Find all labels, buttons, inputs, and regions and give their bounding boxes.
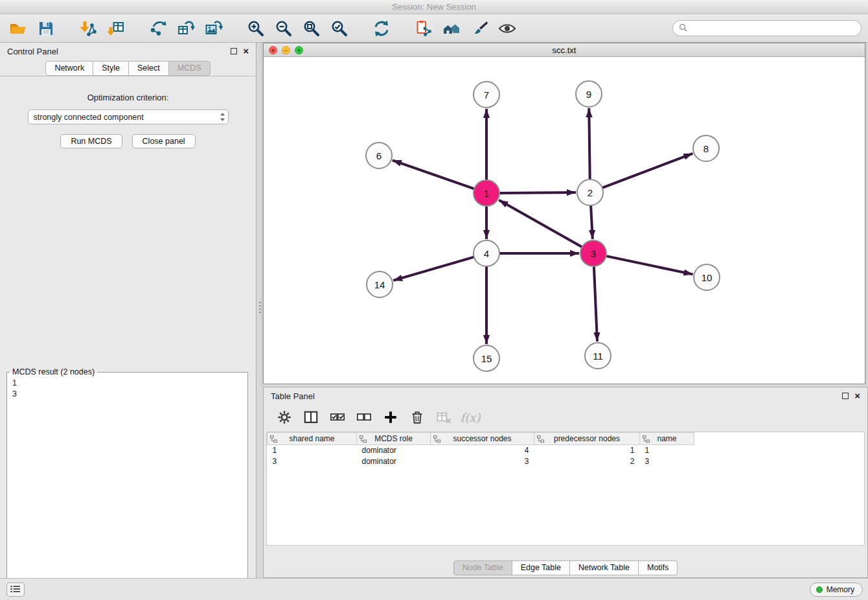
window-close-button[interactable]: × — [269, 46, 277, 54]
table-cell[interactable]: 3 — [640, 456, 694, 467]
delete-rows-icon[interactable] — [408, 408, 426, 426]
tab-edge-table[interactable]: Edge Table — [512, 560, 570, 575]
graph-edge-2-8[interactable] — [602, 154, 693, 188]
column-header-shared-name[interactable]: shared name — [268, 433, 357, 445]
import-table-icon[interactable] — [104, 17, 128, 40]
graph-node-label: 14 — [374, 279, 385, 290]
graph-edge-2-9[interactable] — [589, 108, 589, 179]
zoom-selected-icon[interactable] — [328, 17, 351, 40]
table-cell[interactable]: 3 — [431, 456, 534, 467]
deselect-all-icon[interactable] — [355, 408, 373, 426]
graph-edge-3-11[interactable] — [594, 266, 597, 341]
column-header-successor-nodes[interactable]: successor nodes — [431, 433, 534, 445]
select-all-icon[interactable] — [328, 408, 347, 426]
mcds-result-line: 1 — [12, 378, 247, 389]
mcds-result-box: MCDS result (2 nodes) 13 — [6, 367, 248, 600]
main-toolbar — [0, 14, 868, 43]
float-table-panel-icon[interactable] — [842, 393, 849, 399]
import-network-icon[interactable] — [76, 17, 100, 40]
add-column-icon[interactable] — [382, 408, 400, 426]
table-cell[interactable]: 4 — [431, 445, 534, 456]
vertical-splitter[interactable] — [257, 43, 263, 578]
refresh-layout-icon[interactable] — [370, 17, 393, 40]
network-graph[interactable]: 7968124314101511 — [264, 57, 865, 384]
open-file-icon[interactable] — [6, 17, 30, 40]
window-zoom-button[interactable]: + — [295, 46, 303, 54]
table-cell[interactable]: 1 — [640, 445, 694, 456]
save-session-icon[interactable] — [34, 17, 58, 40]
tab-node-table[interactable]: Node Table — [453, 560, 512, 575]
mcds-result-title: MCDS result (2 nodes) — [10, 367, 97, 376]
column-type-icon — [270, 435, 277, 443]
task-history-button[interactable] — [6, 583, 25, 597]
network-view-titlebar: × − + scc.txt — [264, 43, 865, 57]
settings-gear-icon[interactable] — [275, 408, 293, 426]
network-overview-icon[interactable] — [440, 17, 463, 40]
optimization-select-value: strongly connected component — [34, 113, 144, 122]
control-panel-body: Optimization criterion: strongly connect… — [0, 93, 256, 594]
network-view-window: × − + scc.txt 7968124314101511 — [263, 43, 865, 384]
memory-status-icon — [816, 586, 823, 593]
close-table-panel-icon[interactable]: × — [854, 392, 860, 400]
search-input[interactable] — [691, 24, 855, 33]
zoom-fit-icon[interactable] — [300, 17, 323, 40]
show-columns-icon[interactable] — [302, 408, 320, 426]
run-mcds-button[interactable]: Run MCDS — [60, 134, 122, 148]
table-cell[interactable]: 2 — [534, 456, 640, 467]
tab-motifs[interactable]: Motifs — [638, 560, 678, 575]
tab-mcds[interactable]: MCDS — [168, 61, 211, 76]
table-body: 1dominator4113dominator323 — [268, 445, 694, 467]
window-titlebar: Session: New Session — [0, 0, 868, 14]
graph-edge-3-10[interactable] — [606, 256, 693, 274]
table-cell[interactable]: 1 — [268, 445, 357, 456]
tab-network[interactable]: Network — [45, 61, 93, 76]
close-panel-icon[interactable]: × — [243, 47, 249, 55]
clone-network-icon[interactable] — [174, 17, 198, 40]
export-image-icon[interactable] — [202, 17, 225, 40]
window-minimize-button[interactable]: − — [282, 46, 290, 54]
graph-node-label: 6 — [376, 150, 382, 161]
graph-node-label: 9 — [586, 89, 591, 100]
graph-node-label: 3 — [591, 248, 596, 259]
graph-edge-3-1[interactable] — [499, 200, 582, 247]
application-window: Session: New Session Control Panel × Net… — [0, 0, 868, 600]
column-type-icon — [643, 435, 650, 443]
graph-edge-4-14[interactable] — [393, 257, 474, 281]
table-cell[interactable]: dominator — [357, 456, 431, 467]
column-type-icon — [537, 435, 544, 443]
copy-view-icon[interactable] — [412, 17, 435, 40]
column-header-name[interactable]: name — [640, 433, 694, 445]
close-panel-button[interactable]: Close panel — [132, 134, 196, 148]
zoom-in-icon[interactable] — [244, 17, 268, 40]
table-panel-title: Table Panel — [271, 391, 315, 401]
zoom-out-icon[interactable] — [272, 17, 295, 40]
memory-button[interactable]: Memory — [810, 583, 863, 597]
float-panel-icon[interactable] — [231, 48, 237, 54]
column-header-predecessor-nodes[interactable]: predecessor nodes — [534, 433, 640, 445]
graph-node-label: 15 — [481, 353, 492, 364]
network-view-title: scc.txt — [553, 45, 577, 55]
tab-style[interactable]: Style — [93, 61, 129, 76]
tab-network-table[interactable]: Network Table — [569, 560, 639, 575]
table-cell[interactable]: 3 — [268, 456, 357, 467]
new-network-from-selection-icon[interactable] — [146, 17, 170, 40]
table-panel: Table Panel × f(x) shared nameMCDS roles… — [263, 387, 868, 578]
optimization-select[interactable]: strongly connected component — [28, 110, 229, 124]
table-row[interactable]: 1dominator411 — [268, 445, 694, 456]
table-row[interactable]: 3dominator323 — [268, 456, 694, 467]
main-toolbar-icons — [6, 17, 523, 40]
tab-select[interactable]: Select — [128, 61, 169, 76]
function-builder-icon: f(x) — [461, 408, 479, 426]
style-paint-icon[interactable] — [468, 17, 491, 40]
memory-button-label: Memory — [827, 585, 854, 594]
control-panel-title: Control Panel — [7, 47, 58, 56]
toggle-visibility-icon[interactable] — [496, 17, 519, 40]
table-cell[interactable]: dominator — [357, 445, 431, 456]
graph-edge-1-2[interactable] — [499, 192, 576, 193]
graph-edge-1-6[interactable] — [393, 160, 474, 189]
table-cell[interactable]: 1 — [534, 445, 640, 456]
column-header-mcds-role[interactable]: MCDS role — [357, 433, 431, 445]
graph-edge-2-3[interactable] — [591, 205, 593, 239]
graph-node-label: 7 — [484, 89, 489, 100]
search-box[interactable] — [672, 20, 862, 36]
